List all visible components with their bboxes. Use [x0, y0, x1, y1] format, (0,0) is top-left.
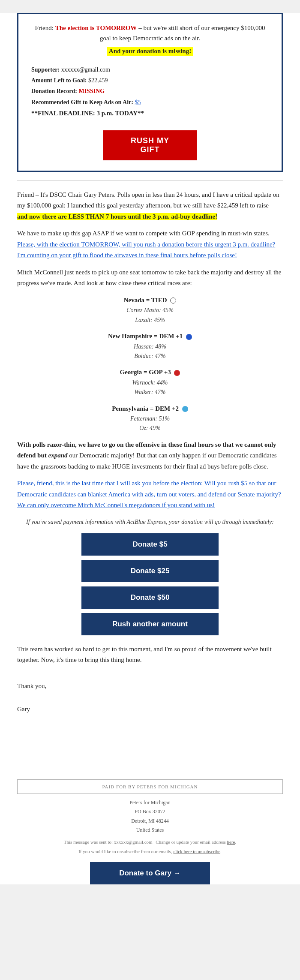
- org-name: Peters for Michigan: [129, 800, 170, 806]
- footer-legal-2: If you would like to unsubscribe from ou…: [17, 848, 283, 856]
- p5-link[interactable]: Please, friend, this is the last time th…: [17, 480, 281, 508]
- legal-text-1: This message was sent to: xxxxxx@gmail.c…: [64, 839, 236, 845]
- rush-my-gift-button[interactable]: RUSH MY GIFT: [103, 130, 197, 160]
- p1-highlight: and now there are LESS THAN 7 hours unti…: [17, 213, 217, 220]
- record-label: Donation Record:: [31, 88, 77, 94]
- donate-50-button[interactable]: Donate $50: [81, 586, 219, 609]
- race-nh: New Hampshire = DEM +1 Hassan: 48%Bolduc…: [17, 331, 283, 361]
- email-wrapper: Friend: The election is TOMORROW – but w…: [0, 13, 300, 884]
- race-pa-state: Pennsylvania = DEM +2: [112, 405, 179, 412]
- race-nevada: Nevada = TIED Cortez Masto: 45%Laxalt: 4…: [17, 295, 283, 325]
- race-ga-state: Georgia = GOP +3: [120, 369, 171, 376]
- paragraph-6: This team has worked so hard to get to t…: [17, 644, 283, 666]
- p1-text: Friend – It's DSCC Chair Gary Peters. Po…: [17, 191, 279, 209]
- recommended-link[interactable]: $5: [135, 99, 141, 105]
- thank-you-text: Thank you,: [17, 680, 283, 692]
- race-ga: Georgia = GOP +3 Warnock: 44%Walker: 47%: [17, 367, 283, 397]
- donate-to-gary-button[interactable]: Donate to Gary →: [90, 862, 210, 884]
- paragraph-2: We have to make up this gap ASAP if we w…: [17, 228, 283, 261]
- top-box: Friend: The election is TOMORROW – but w…: [17, 13, 283, 172]
- yellow-banner: And your donation is missing!: [107, 47, 193, 56]
- express-text: If you've saved payment information with…: [17, 517, 283, 527]
- signoff: Thank you, Gary: [0, 680, 300, 724]
- paragraph-1: Friend – It's DSCC Chair Gary Peters. Po…: [17, 189, 283, 222]
- paragraph-3: Mitch McConnell just needs to pick up on…: [17, 267, 283, 289]
- country: United States: [136, 827, 164, 833]
- race-ga-title: Georgia = GOP +3: [17, 367, 283, 378]
- race-ga-candidates: Warnock: 44%Walker: 47%: [17, 378, 283, 397]
- race-nevada-circle: [170, 298, 176, 304]
- email-change-link[interactable]: here: [227, 839, 235, 845]
- goal-label: Amount Left to Goal:: [31, 77, 87, 84]
- race-ga-circle: [174, 370, 180, 376]
- deadline-text: **FINAL DEADLINE: 3 p.m. TODAY**: [31, 108, 269, 119]
- p2-text: We have to make up this gap ASAP if we w…: [17, 230, 270, 237]
- race-nh-state: New Hampshire = DEM +1: [108, 333, 183, 340]
- footer-address: Peters for Michigan PO Box 32072 Detroit…: [0, 798, 300, 835]
- race-pa-candidates: Fetterman: 51%Oz: 49%: [17, 414, 283, 433]
- race-nevada-title: Nevada = TIED: [17, 295, 283, 306]
- footer-spacer: [0, 724, 300, 775]
- signature-name: Gary: [17, 703, 283, 715]
- paragraph-5: Please, friend, this is the last time th…: [17, 478, 283, 511]
- supporter-value: xxxxxx@gmail.com: [61, 66, 110, 73]
- donate-buttons-container: Donate $5 Donate $25 Donate $50 Rush ano…: [17, 533, 283, 635]
- footer-legal-1: This message was sent to: xxxxxx@gmail.c…: [17, 839, 283, 846]
- race-pa-circle: [182, 406, 188, 412]
- record-row: Donation Record: MISSING: [31, 86, 269, 96]
- supporter-row: Supporter: xxxxxx@gmail.com: [31, 64, 269, 75]
- recommended-label: Recommended Gift to Keep Ads on Air:: [31, 99, 133, 105]
- main-content: Friend – It's DSCC Chair Gary Peters. Po…: [0, 181, 300, 680]
- p4-expand: expand: [48, 452, 68, 459]
- race-nh-title: New Hampshire = DEM +1: [17, 331, 283, 342]
- race-nh-candidates: Hassan: 48%Bolduc: 47%: [17, 342, 283, 361]
- goal-value: $22,459: [88, 77, 108, 84]
- race-nh-circle: [186, 334, 192, 340]
- paid-for-label: PAID FOR BY PETERS FOR MICHIGAN: [17, 779, 283, 794]
- record-value: MISSING: [78, 88, 105, 94]
- city-state: Detroit, MI 48244: [131, 818, 169, 824]
- recommended-row: Recommended Gift to Keep Ads on Air: $5: [31, 97, 269, 108]
- race-pa: Pennsylvania = DEM +2 Fetterman: 51%Oz: …: [17, 403, 283, 433]
- legal-text-2: If you would like to unsubscribe from ou…: [78, 849, 222, 854]
- unsubscribe-link[interactable]: click here to unsubscribe: [173, 849, 220, 854]
- supporter-label: Supporter:: [31, 66, 60, 73]
- rush-another-amount-button[interactable]: Rush another amount: [81, 613, 219, 635]
- supporter-details: Supporter: xxxxxx@gmail.com Amount Left …: [31, 64, 269, 119]
- paragraph-4: With polls razor-thin, we have to go on …: [17, 439, 283, 472]
- top-box-intro: Friend: The election is TOMORROW – but w…: [31, 23, 269, 43]
- donate-5-button[interactable]: Donate $5: [81, 533, 219, 556]
- goal-row: Amount Left to Goal: $22,459: [31, 75, 269, 86]
- race-pa-title: Pennsylvania = DEM +2: [17, 403, 283, 415]
- pobox: PO Box 32072: [135, 809, 165, 815]
- p2-link[interactable]: Please, with the election TOMORROW, will…: [17, 241, 275, 259]
- race-table: Nevada = TIED Cortez Masto: 45%Laxalt: 4…: [17, 295, 283, 433]
- intro-friend: Friend:: [35, 24, 55, 31]
- race-nevada-state: Nevada = TIED: [124, 297, 167, 304]
- donate-25-button[interactable]: Donate $25: [81, 560, 219, 582]
- intro-highlight: The election is TOMORROW: [55, 24, 137, 31]
- race-nevada-candidates: Cortez Masto: 45%Laxalt: 45%: [17, 306, 283, 325]
